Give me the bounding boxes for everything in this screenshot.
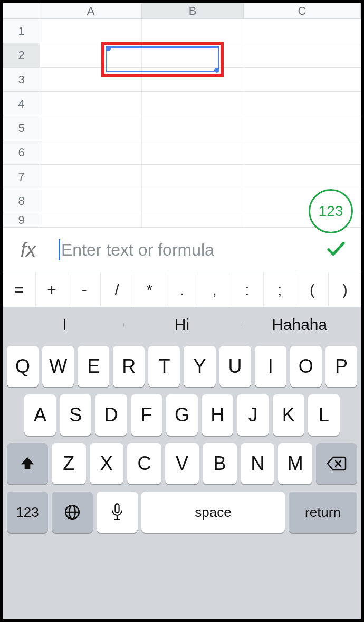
sym-colon[interactable]: :: [231, 272, 264, 307]
cell-b2[interactable]: [142, 43, 244, 67]
key-backspace[interactable]: [316, 443, 357, 484]
key-z[interactable]: Z: [52, 443, 86, 484]
sym-equals[interactable]: =: [3, 272, 36, 307]
key-g[interactable]: G: [166, 394, 198, 436]
row-8: 8: [3, 189, 361, 213]
row-4: 4: [3, 92, 361, 116]
key-mic[interactable]: [97, 492, 138, 533]
confirm-button[interactable]: [311, 238, 361, 262]
key-p[interactable]: P: [325, 346, 357, 387]
row-header-8[interactable]: 8: [3, 189, 40, 213]
row-2: 2: [3, 43, 361, 68]
key-globe[interactable]: [52, 492, 93, 533]
key-o[interactable]: O: [290, 346, 322, 387]
sym-slash[interactable]: /: [101, 272, 133, 307]
shift-icon: [19, 455, 36, 472]
key-c[interactable]: C: [127, 443, 161, 484]
key-e[interactable]: E: [78, 346, 109, 387]
key-y[interactable]: Y: [184, 346, 215, 387]
spreadsheet[interactable]: A B C 1 2 3 4 5 6 7: [3, 3, 361, 227]
row-header-1[interactable]: 1: [3, 19, 40, 43]
cell-b8[interactable]: [142, 189, 244, 213]
sym-lparen[interactable]: (: [296, 272, 329, 307]
cell-b3[interactable]: [142, 68, 244, 91]
key-k[interactable]: K: [273, 394, 304, 436]
cell-a4[interactable]: [40, 92, 142, 116]
row-1: 1: [3, 19, 361, 43]
key-d[interactable]: D: [95, 394, 127, 436]
cell-a9[interactable]: [40, 213, 142, 227]
row-header-2[interactable]: 2: [3, 43, 40, 67]
key-numeric[interactable]: 123: [7, 492, 48, 533]
cell-c6[interactable]: [244, 140, 361, 164]
key-x[interactable]: X: [90, 443, 124, 484]
suggestion-3[interactable]: Hahaha: [241, 316, 358, 334]
key-space[interactable]: space: [141, 492, 285, 533]
suggestion-2[interactable]: Hi: [123, 316, 241, 334]
key-m[interactable]: M: [278, 443, 312, 484]
cell-a7[interactable]: [40, 165, 142, 189]
cell-c1[interactable]: [244, 19, 361, 43]
key-return[interactable]: return: [289, 492, 357, 533]
column-header-c[interactable]: C: [244, 3, 361, 18]
row-header-6[interactable]: 6: [3, 140, 40, 164]
formula-bar: fx Enter text or formula: [3, 227, 361, 272]
cell-a5[interactable]: [40, 116, 142, 140]
key-n[interactable]: N: [241, 443, 275, 484]
checkmark-icon: [325, 238, 347, 262]
sym-minus[interactable]: -: [68, 272, 101, 307]
key-row-3: Z X C V B N M: [6, 439, 358, 488]
cell-c7[interactable]: [244, 165, 361, 189]
key-r[interactable]: R: [113, 346, 145, 387]
cell-c5[interactable]: [244, 116, 361, 140]
key-w[interactable]: W: [42, 346, 74, 387]
key-q[interactable]: Q: [7, 346, 39, 387]
sym-star[interactable]: *: [133, 272, 166, 307]
key-b[interactable]: B: [203, 443, 237, 484]
cell-c4[interactable]: [244, 92, 361, 116]
key-f[interactable]: F: [131, 394, 162, 436]
column-header-a[interactable]: A: [40, 3, 142, 18]
key-t[interactable]: T: [148, 346, 180, 387]
key-l[interactable]: L: [308, 394, 340, 436]
key-i[interactable]: I: [255, 346, 286, 387]
symbol-row: = + - / * . , : ; ( ): [3, 272, 361, 307]
cell-b7[interactable]: [142, 165, 244, 189]
formula-input[interactable]: Enter text or formula: [53, 239, 311, 260]
cell-c2[interactable]: [244, 43, 361, 67]
cell-a8[interactable]: [40, 189, 142, 213]
row-header-3[interactable]: 3: [3, 68, 40, 91]
cell-b1[interactable]: [142, 19, 244, 43]
cell-b6[interactable]: [142, 140, 244, 164]
cell-a6[interactable]: [40, 140, 142, 164]
mic-icon: [109, 503, 125, 522]
row-header-7[interactable]: 7: [3, 165, 40, 189]
cell-a1[interactable]: [40, 19, 142, 43]
row-header-4[interactable]: 4: [3, 92, 40, 116]
sym-semicolon[interactable]: ;: [264, 272, 296, 307]
sym-dot[interactable]: .: [166, 272, 199, 307]
numeric-mode-fab[interactable]: 123: [309, 189, 353, 233]
key-j[interactable]: J: [237, 394, 269, 436]
cell-a3[interactable]: [40, 68, 142, 91]
row-7: 7: [3, 165, 361, 189]
cell-b9[interactable]: [142, 213, 244, 227]
key-a[interactable]: A: [24, 394, 56, 436]
cell-b5[interactable]: [142, 116, 244, 140]
key-v[interactable]: V: [165, 443, 199, 484]
sym-comma[interactable]: ,: [198, 272, 231, 307]
row-header-9[interactable]: 9: [3, 213, 40, 227]
suggestion-1[interactable]: I: [6, 316, 123, 334]
row-header-5[interactable]: 5: [3, 116, 40, 140]
cell-b4[interactable]: [142, 92, 244, 116]
sym-plus[interactable]: +: [36, 272, 69, 307]
cell-c3[interactable]: [244, 68, 361, 91]
key-u[interactable]: U: [219, 346, 251, 387]
corner-cell[interactable]: [3, 3, 40, 18]
column-header-b[interactable]: B: [142, 3, 244, 18]
key-s[interactable]: S: [60, 394, 91, 436]
sym-rparen[interactable]: ): [329, 272, 361, 307]
key-shift[interactable]: [7, 443, 48, 484]
key-h[interactable]: H: [202, 394, 233, 436]
cell-a2[interactable]: [40, 43, 142, 67]
